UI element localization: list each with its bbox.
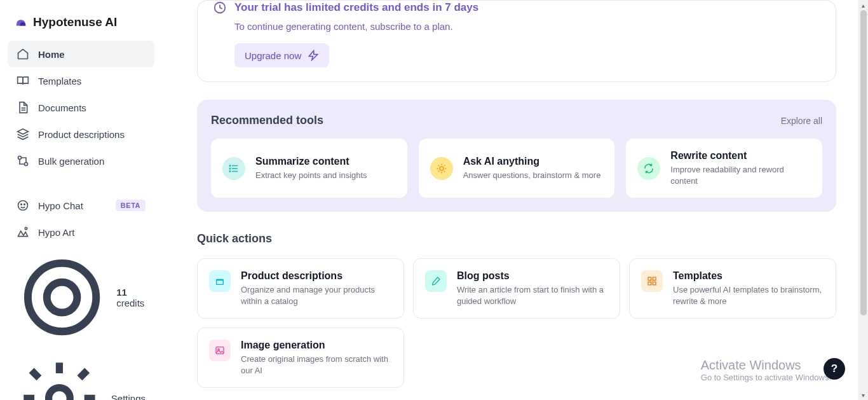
sidebar-item-hypo-art[interactable]: Hypo Art <box>8 219 154 245</box>
svg-line-27 <box>438 170 439 172</box>
tool-desc: Answer questions, brainstorm & more <box>463 170 601 181</box>
tool-card-rewrite[interactable]: Rewrite content Improve readability and … <box>626 139 822 198</box>
explore-all-link[interactable]: Explore all <box>781 116 822 126</box>
settings-row[interactable]: Settings <box>8 349 154 400</box>
scrollbar-thumb[interactable] <box>860 10 867 315</box>
book-icon <box>17 74 29 87</box>
quick-card-desc: Use powerful AI templates to brainstorm,… <box>673 284 824 307</box>
scrollbar[interactable]: ▴ ▾ <box>858 0 868 400</box>
svg-point-5 <box>18 201 28 210</box>
sidebar-item-home[interactable]: Home <box>8 41 154 67</box>
quick-card-desc: Organize and manage your products within… <box>241 284 392 307</box>
sidebar-item-label: Documents <box>38 102 86 113</box>
tool-card-ask-ai[interactable]: Ask AI anything Answer questions, brains… <box>419 139 615 198</box>
sidebar-item-label: Product descriptions <box>38 129 125 140</box>
quick-actions-section: Quick actions Product descriptions Organ… <box>197 232 836 388</box>
home-icon <box>17 48 29 60</box>
credits-row[interactable]: 11 credits <box>8 245 154 349</box>
trial-banner: Your trial has limited credits and ends … <box>197 0 836 82</box>
tool-title: Ask AI anything <box>463 156 601 167</box>
bolt-icon <box>308 50 319 61</box>
list-icon <box>222 157 245 180</box>
quick-card-image-generation[interactable]: Image generation Create original images … <box>197 328 404 388</box>
help-button[interactable]: ? <box>824 358 845 380</box>
quick-card-title: Image generation <box>241 340 392 351</box>
quick-card-templates[interactable]: Templates Use powerful AI templates to b… <box>629 258 836 319</box>
sidebar-item-documents[interactable]: Documents <box>8 94 154 121</box>
gear-icon <box>17 355 102 400</box>
logo[interactable]: Hypotenuse AI <box>8 11 154 41</box>
scroll-down-icon[interactable]: ▾ <box>858 390 868 400</box>
quick-card-desc: Write an article from start to finish wi… <box>457 284 608 307</box>
sidebar-item-label: Home <box>38 49 65 60</box>
quick-card-product-descriptions[interactable]: Product descriptions Organize and manage… <box>197 258 404 319</box>
sidebar-item-label: Hypo Art <box>38 227 75 238</box>
tool-title: Summarize content <box>255 156 367 167</box>
sidebar-item-label: Templates <box>38 76 81 86</box>
svg-marker-13 <box>309 51 318 60</box>
sidebar-item-product-descriptions[interactable]: Product descriptions <box>8 121 154 148</box>
quick-card-title: Product descriptions <box>241 270 392 282</box>
svg-point-11 <box>49 388 71 400</box>
credits-label: credits <box>116 298 144 308</box>
svg-point-3 <box>18 156 22 160</box>
svg-point-4 <box>25 163 28 166</box>
svg-line-25 <box>438 165 439 166</box>
beta-badge: BETA <box>116 200 146 211</box>
quick-card-desc: Create original images from scratch with… <box>241 354 392 376</box>
sidebar-item-hypo-chat[interactable]: Hypo Chat BETA <box>8 192 154 219</box>
chat-icon <box>17 199 29 212</box>
credits-count: 11 <box>116 287 127 298</box>
svg-point-7 <box>24 204 25 205</box>
upgrade-button-label: Upgrade now <box>245 50 301 61</box>
tool-desc: Improve readability and reword content <box>670 164 811 186</box>
sidebar-item-label: Bulk generation <box>38 156 104 167</box>
main-content: Your trial has limited credits and ends … <box>162 0 868 400</box>
svg-line-26 <box>444 170 445 172</box>
pen-icon <box>425 270 447 292</box>
trial-title: Your trial has limited credits and ends … <box>234 1 478 14</box>
logo-text: Hypotenuse AI <box>33 15 117 29</box>
tool-title: Rewrite content <box>670 150 811 162</box>
svg-point-17 <box>229 165 231 166</box>
clock-icon <box>213 1 227 15</box>
svg-rect-34 <box>216 347 224 354</box>
svg-point-19 <box>229 170 231 172</box>
quick-card-blog-posts[interactable]: Blog posts Write an article from start t… <box>413 258 620 319</box>
svg-rect-33 <box>653 282 656 285</box>
upgrade-button[interactable]: Upgrade now <box>234 43 329 67</box>
coin-icon <box>17 252 107 343</box>
tool-desc: Extract key points and insights <box>255 170 367 181</box>
refresh-icon <box>637 157 660 180</box>
image-icon <box>209 340 231 361</box>
scroll-up-icon[interactable]: ▴ <box>858 0 868 10</box>
sidebar-item-templates[interactable]: Templates <box>8 67 154 94</box>
recommended-section: Recommended tools Explore all Summarize … <box>197 100 836 212</box>
art-icon <box>17 226 29 238</box>
grid-icon <box>641 270 663 292</box>
svg-point-20 <box>440 167 444 170</box>
recommended-heading: Recommended tools <box>211 114 323 127</box>
svg-rect-32 <box>648 282 651 285</box>
svg-rect-30 <box>648 277 651 280</box>
bulk-icon <box>17 155 29 167</box>
logo-icon <box>14 15 28 29</box>
svg-rect-31 <box>653 277 656 280</box>
layers-icon <box>17 128 29 141</box>
sidebar: Hypotenuse AI Home Templates Documents P… <box>0 0 162 400</box>
svg-point-18 <box>229 168 231 169</box>
svg-point-6 <box>21 204 22 205</box>
lightbulb-icon <box>430 157 453 180</box>
quick-heading: Quick actions <box>197 232 836 245</box>
sidebar-item-label: Hypo Chat <box>38 200 83 211</box>
tool-card-summarize[interactable]: Summarize content Extract key points and… <box>211 139 407 198</box>
svg-line-28 <box>444 165 445 166</box>
quick-card-title: Templates <box>673 270 824 282</box>
sidebar-item-bulk-generation[interactable]: Bulk generation <box>8 148 154 174</box>
box-icon <box>209 270 231 292</box>
settings-label: Settings <box>111 393 146 400</box>
quick-card-title: Blog posts <box>457 270 608 282</box>
trial-subtitle: To continue generating content, subscrib… <box>234 21 820 32</box>
svg-point-8 <box>25 228 27 230</box>
file-icon <box>17 101 29 114</box>
